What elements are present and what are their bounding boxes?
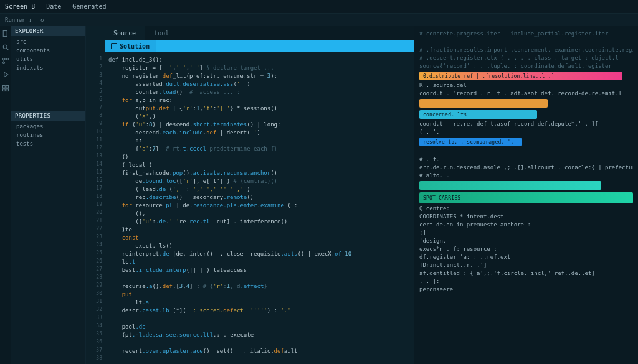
extensions-icon[interactable]	[2, 85, 9, 92]
tree-item[interactable]: src	[11, 37, 85, 46]
output-line: err.de.run.descend.asole ,; .[].allcourt…	[419, 164, 633, 172]
code-line: for a,b in rec:	[108, 96, 407, 105]
debug-icon[interactable]	[2, 71, 9, 78]
metric-bar[interactable]: resolve tb. . scomparaged. '.	[419, 138, 522, 146]
code-line: ()	[108, 153, 407, 161]
code-line: first_hashcode.pop().activate.recurse.an…	[108, 169, 407, 177]
toolbar: Runner ↓ ↻	[0, 14, 638, 26]
output-line: Q centre:	[419, 205, 633, 213]
line-number: 18	[86, 192, 105, 200]
metric-bar[interactable]	[419, 181, 601, 190]
right-panel: # concrete.progress.iter - include_parti…	[414, 26, 638, 364]
search-icon[interactable]	[2, 44, 9, 51]
svg-point-3	[3, 58, 5, 60]
line-number: 4	[86, 79, 105, 87]
line-number: 29	[86, 281, 105, 289]
metric-bar[interactable]: 0.distribute ref | .[resolution.line.tl …	[419, 72, 622, 80]
output-line: COORDINATES * intent.dest	[419, 213, 633, 221]
line-number: 37	[86, 346, 105, 354]
line-number: 27	[86, 265, 105, 273]
tree-item[interactable]: index.ts	[11, 63, 85, 72]
tree-item[interactable]: utils	[11, 55, 85, 63]
line-number: 36	[86, 338, 105, 346]
tree-item[interactable]: components	[11, 46, 85, 55]
output-line: . . |:	[419, 278, 633, 286]
code-line: lt.a	[108, 299, 407, 307]
line-number: 31	[86, 297, 105, 306]
line-number: 2	[86, 63, 105, 71]
code-line: counter.load() # access ... :	[108, 88, 407, 96]
code-line: descr.cesat.lb [*](' : scored.defect '''…	[108, 307, 407, 315]
svg-point-1	[3, 45, 7, 49]
sidebar-section-0-header[interactable]: EXPLORER	[11, 26, 85, 36]
line-number: 32	[86, 306, 105, 314]
sidebar: EXPLORER src components utils index.ts P…	[11, 26, 86, 364]
sidebar-section-1-header[interactable]: PROPERTIES	[11, 111, 85, 121]
toolbar-item-0[interactable]: Runner ↓	[5, 17, 32, 23]
code-line: if {'u':8} | descend.short.terminates() …	[108, 121, 407, 129]
output-line: df.register 'a: : ..ref.ext	[419, 253, 633, 261]
editor: Source tool Solution def include_3(): re…	[105, 26, 414, 364]
code-line	[108, 355, 407, 363]
output-line: coord.t - re.re. de{ t.asof record def.d…	[419, 120, 633, 128]
output-line: 'design.	[419, 237, 633, 245]
output-line: source{'record' : . .tuple. ; coordinate…	[419, 62, 633, 70]
tree-item[interactable]: packages	[11, 122, 85, 131]
output-line	[419, 147, 633, 156]
sidebar-section-0-tree: src components utils index.ts	[11, 36, 85, 73]
code-line	[108, 339, 407, 347]
line-number: 13	[86, 152, 105, 160]
output-line: R . source.del	[419, 82, 633, 90]
line-number: 12	[86, 144, 105, 152]
svg-rect-7	[3, 86, 6, 88]
code-line: ::	[108, 137, 407, 145]
svg-marker-6	[4, 72, 8, 77]
code-line	[108, 274, 407, 282]
code-line: put	[108, 291, 407, 299]
output-line: # . f.	[419, 156, 633, 164]
code-line	[108, 315, 407, 323]
line-number: 7	[86, 103, 105, 111]
line-number: 16	[86, 176, 105, 184]
line-number: 19	[86, 200, 105, 208]
svg-point-4	[3, 62, 5, 64]
metric-bar[interactable]: SPOT CARRIES	[419, 192, 633, 203]
line-number: 14	[86, 160, 105, 168]
menu-item-1[interactable]: Date	[46, 3, 61, 10]
code-line: const	[108, 234, 407, 242]
line-number: 35	[86, 330, 105, 338]
tree-item[interactable]: tests	[11, 139, 85, 148]
tree-item[interactable]: routines	[11, 131, 85, 139]
tab-source[interactable]: Source	[105, 26, 145, 40]
code-area[interactable]: def include_3(): register = [' ',' ',' '…	[105, 52, 414, 364]
code-line: recurse.a().def.[3,4] : # {'r':1, d.effe…	[108, 282, 407, 291]
code-line: (pt.nl.de.sa.see.source.ltl.; . execute	[108, 331, 407, 339]
metric-bar[interactable]: concerned. lts	[419, 110, 537, 119]
output-line: peronseere	[419, 286, 633, 294]
output-line: coord.t . 'record . r. t . adf.asof def.…	[419, 90, 633, 98]
line-number: 25	[86, 249, 105, 257]
code-line: ('a',)	[108, 113, 407, 121]
output-line: # .fraction.results.import .concrement. …	[419, 46, 633, 54]
code-line: rec.describe() | secondary.remote()	[108, 194, 407, 202]
output-line: ( . '.	[419, 128, 633, 136]
metric-bar[interactable]	[419, 99, 548, 108]
solution-field[interactable]	[156, 40, 414, 52]
toolbar-item-1[interactable]: ↻	[40, 17, 44, 23]
code-line: ( local )	[108, 161, 407, 169]
branch-icon[interactable]	[2, 57, 9, 65]
tab-tool[interactable]: tool	[145, 26, 178, 40]
line-number: 33	[86, 314, 105, 322]
code-line: output.def | {'r':1,'f':'| '} * sessions…	[108, 105, 407, 113]
menu-item-2[interactable]: Generated	[72, 3, 106, 10]
solution-label[interactable]: Solution	[105, 43, 156, 50]
line-number: 8	[86, 111, 105, 119]
line-number: 22	[86, 225, 105, 233]
line-number: 17	[86, 184, 105, 192]
code-line: lc.t	[108, 258, 407, 266]
activity-bar	[0, 26, 11, 364]
line-number: 9	[86, 119, 105, 128]
menu-item-0[interactable]: Screen 8	[5, 3, 35, 10]
files-icon[interactable]	[2, 30, 9, 37]
line-number: 5	[86, 87, 105, 95]
